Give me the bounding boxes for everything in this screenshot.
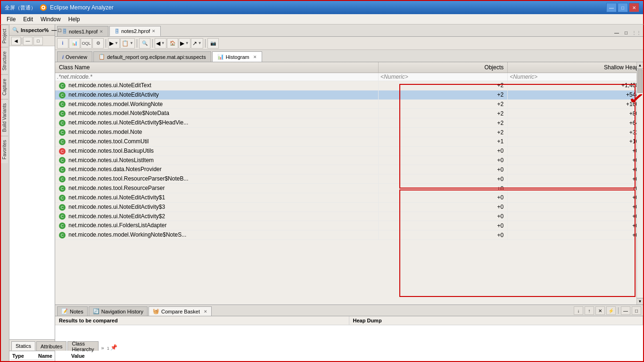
cell-heap: +64	[508, 118, 643, 128]
inspector-maximize[interactable]: □	[58, 27, 61, 33]
menu-help[interactable]: Help	[65, 15, 84, 24]
table-row[interactable]: C net.micode.notes.tool.ResourceParser +…	[55, 184, 643, 193]
table-row[interactable]: C net.micode.notes.ui.NoteEditActivity$2…	[55, 212, 643, 221]
col-class-name: Class Name	[55, 62, 379, 73]
cell-class-name: C net.micode.notes.model.WorkingNote$Not…	[55, 230, 379, 240]
bottom-min-btn[interactable]: —	[621, 306, 630, 315]
tab-close-1[interactable]: ✕	[99, 29, 103, 34]
cell-class-name: C net.micode.notes.tool.BackupUtils	[55, 146, 379, 156]
inspector-icon: 🔍	[12, 27, 19, 33]
table-row[interactable]: C net.micode.notes.tool.CommUtil +1 +16	[55, 137, 643, 146]
scroll-up-btn[interactable]: ▲	[637, 62, 643, 69]
toolbar-dominator-btn[interactable]: OQL	[81, 38, 92, 49]
bottom-max-btn[interactable]: □	[632, 306, 641, 315]
inspector-restore-btn[interactable]: □	[33, 37, 43, 45]
tab-notes2-hprof[interactable]: 🗄 notes2.hprof ✕	[109, 26, 161, 36]
tab-close-2[interactable]: ✕	[152, 29, 156, 33]
bottom-clear-btn[interactable]: ⚡	[606, 306, 616, 315]
menu-file[interactable]: File	[3, 15, 19, 24]
bottom-tab-nav-history[interactable]: 🔄 Navigation History	[89, 306, 148, 316]
bottom-remove-btn[interactable]: ✕	[595, 306, 605, 315]
table-row[interactable]: C net.micode.notes.ui.NoteEditText +2 +1…	[55, 81, 643, 90]
table-row[interactable]: C net.micode.notes.ui.NoteEditActivity$3…	[55, 202, 643, 212]
toolbar-sep-1	[106, 39, 106, 48]
content-tab-bar: i Overview 📋 default_report org.eclipse.…	[55, 50, 643, 62]
editor-max-btn[interactable]: □	[622, 29, 630, 36]
filter-heap[interactable]: <Numeric>	[508, 73, 643, 81]
table-row[interactable]: C net.micode.notes.tool.ResourceParser$N…	[55, 174, 643, 184]
capture-tab[interactable]: Capture	[1, 74, 8, 99]
toolbar-report-dropdown[interactable]: 📋 ▼	[120, 38, 135, 49]
toolbar-home-btn[interactable]: 🏠	[167, 38, 178, 49]
toolbar-info-btn[interactable]: i	[57, 38, 68, 49]
table-row[interactable]: C net.micode.notes.ui.NoteEditActivity +…	[55, 90, 643, 99]
toolbar-export-dropdown[interactable]: ↗ ▼	[191, 38, 203, 49]
menu-window[interactable]: Window	[37, 15, 65, 24]
table-row[interactable]: C net.micode.notes.ui.NoteEditActivity$H…	[55, 118, 643, 128]
inspector-back-btn[interactable]: ◄	[11, 37, 21, 45]
tab-class-hierarchy[interactable]: Class Hierarchy	[67, 341, 98, 351]
build-variants-tab[interactable]: Build Variants	[1, 99, 8, 136]
class-name-text: net.micode.notes.ui.NoteEditActivity$Hea…	[68, 119, 188, 126]
class-icon: C	[59, 92, 66, 99]
maximize-button[interactable]: □	[618, 3, 628, 12]
table-row[interactable]: C net.micode.notes.model.Note +2 +32	[55, 128, 643, 137]
toolbar-search-btn[interactable]: 🔍	[139, 38, 150, 49]
table-row[interactable]: C net.micode.notes.model.WorkingNote +2 …	[55, 99, 643, 109]
cell-heap: +0	[508, 230, 643, 240]
compare-basket-icon: 🧺	[153, 308, 159, 314]
svg-point-2	[42, 7, 44, 8]
toolbar-histogram-btn[interactable]: 📊	[69, 38, 80, 49]
structure-tab[interactable]: Structure	[1, 47, 8, 74]
toolbar-query-btn[interactable]: ⚙	[92, 38, 104, 49]
toolbar-run-dropdown[interactable]: ▶ ▼	[108, 38, 120, 49]
tab-attributes[interactable]: Attributes	[36, 341, 66, 351]
toolbar-nav-fwd[interactable]: ▶ ▼	[179, 38, 190, 49]
scroll-down-btn[interactable]: ▼	[637, 298, 643, 304]
table-row[interactable]: C net.micode.notes.ui.NoteEditActivity$1…	[55, 193, 643, 202]
table-row[interactable]: C net.micode.notes.tool.BackupUtils +0 +…	[55, 146, 643, 156]
tab-default-report[interactable]: 📋 default_report org.eclipse.mat.api:sus…	[93, 51, 211, 62]
tab-histogram[interactable]: 📊 Histogram ✕	[212, 51, 262, 62]
col-name: Name	[38, 353, 71, 359]
pin-icon[interactable]: 📌	[110, 344, 117, 351]
toolbar-nav-back[interactable]: ◀ ▼	[155, 38, 166, 49]
table-row[interactable]: C net.micode.notes.ui.NotesListItem +0 +…	[55, 156, 643, 165]
table-row[interactable]: C net.micode.notes.data.NotesProvider +0…	[55, 165, 643, 174]
minimize-button[interactable]: —	[606, 3, 617, 12]
close-button[interactable]: ✕	[629, 3, 639, 12]
bottom-tab-bar: 📝 Notes 🔄 Navigation History 🧺 Compare B…	[55, 305, 643, 316]
menu-edit[interactable]: Edit	[19, 15, 37, 24]
inspector-tab-bar: Statics Attributes Class Hierarchy » 1 📌	[9, 340, 55, 351]
compare-basket-close[interactable]: ✕	[204, 309, 207, 314]
app-icon	[40, 4, 47, 11]
table-row[interactable]: C net.micode.notes.model.WorkingNote$Not…	[55, 230, 643, 240]
favorites-tab[interactable]: Favorites	[1, 136, 8, 163]
bottom-tab-compare-basket[interactable]: 🧺 Compare Basket ✕	[149, 306, 212, 316]
project-tab[interactable]: Project	[1, 25, 8, 47]
table-row[interactable]: C net.micode.notes.ui.FoldersListAdapter…	[55, 221, 643, 230]
inspector-title: Inspector	[21, 27, 44, 33]
histogram-tab-close[interactable]: ✕	[253, 55, 257, 59]
main-toolbar: i 📊 OQL ⚙ ▶ ▼ 📋 ▼ 🔍 ◀ ▼ 🏠 ▶ ▼	[55, 37, 643, 50]
inspector-minimize-btn[interactable]: —	[23, 37, 33, 45]
scroll-thumb[interactable]	[637, 69, 643, 93]
bottom-up-btn[interactable]: ↑	[585, 306, 594, 315]
toolbar-sep-3	[152, 39, 153, 48]
toolbar-snapshot-btn[interactable]: 📷	[207, 38, 219, 49]
filter-class[interactable]: .*net.micode.*	[55, 73, 379, 81]
class-icon: C	[59, 120, 66, 126]
editor-min-btn[interactable]: —	[613, 29, 620, 36]
table-scroll[interactable]: Class Name Objects Shallow Heap .	[55, 62, 643, 304]
filter-objects[interactable]: <Numeric>	[379, 73, 508, 81]
bottom-tab-notes[interactable]: 📝 Notes	[57, 306, 88, 316]
inspector-minimize[interactable]: —	[51, 27, 57, 33]
tab-notes1-hprof[interactable]: 🗄 notes1.hprof ✕	[57, 26, 108, 36]
tab-overflow[interactable]: »	[99, 345, 106, 351]
tab-overview[interactable]: i Overview	[57, 51, 92, 62]
table-filter-row: .*net.micode.* <Numeric> <Numeric>	[55, 73, 643, 81]
tab-statics[interactable]: Statics	[11, 341, 35, 351]
table-row[interactable]: C net.micode.notes.model.Note$NoteData +…	[55, 109, 643, 118]
editor-overflow-btn[interactable]: ⋮⋮	[632, 29, 641, 36]
bottom-down-btn[interactable]: ↓	[574, 306, 583, 315]
